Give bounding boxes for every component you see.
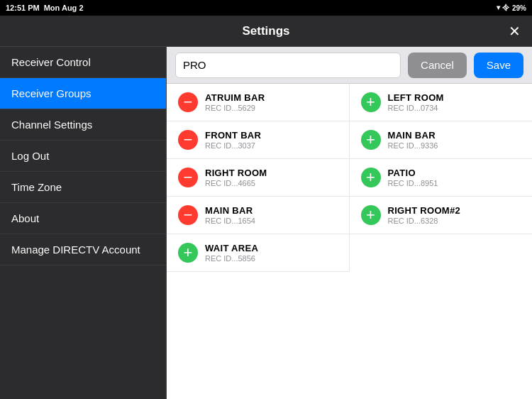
receiver-name: RIGHT ROOM#2 <box>388 205 461 216</box>
sidebar-item-receiver-groups[interactable]: Receiver Groups <box>0 78 166 109</box>
receiver-item-patio[interactable]: +PATIOREC ID...8951 <box>350 159 533 197</box>
receiver-id: REC ID...9336 <box>388 141 438 150</box>
save-button[interactable]: Save <box>474 53 523 78</box>
receiver-info: RIGHT ROOMREC ID...4665 <box>205 168 267 187</box>
sidebar-item-log-out[interactable]: Log Out <box>0 141 166 172</box>
receiver-info: RIGHT ROOM#2REC ID...6328 <box>388 205 461 225</box>
content-area: Cancel Save −ATRUIM BARREC ID...5629+LEF… <box>167 47 532 399</box>
add-receiver-button[interactable]: + <box>361 130 381 150</box>
receiver-info: ATRUIM BARREC ID...5629 <box>205 92 265 112</box>
wifi-icon: ▾ 令 <box>497 3 509 13</box>
remove-receiver-button[interactable]: − <box>178 168 198 187</box>
remove-receiver-button[interactable]: − <box>178 92 198 112</box>
sidebar-item-about[interactable]: About <box>0 203 166 234</box>
receiver-id: REC ID...4665 <box>205 179 267 187</box>
title-bar: Settings ✕ <box>0 16 532 47</box>
receiver-info: MAIN BARREC ID...9336 <box>388 130 438 150</box>
receiver-name: MAIN BAR <box>205 205 255 216</box>
receiver-item-front-bar[interactable]: −FRONT BARREC ID...3037 <box>167 121 350 159</box>
receiver-item-main-bar-2[interactable]: −MAIN BARREC ID...1654 <box>167 197 350 234</box>
receiver-id: REC ID...3037 <box>205 141 261 150</box>
receiver-name: RIGHT ROOM <box>205 168 267 178</box>
receiver-list: −ATRUIM BARREC ID...5629+LEFT ROOMREC ID… <box>167 84 532 399</box>
add-receiver-button[interactable]: + <box>361 92 381 112</box>
receiver-name: MAIN BAR <box>388 130 438 141</box>
status-left: 12:51 PM Mon Aug 2 <box>6 4 84 12</box>
remove-receiver-button[interactable]: − <box>178 130 198 150</box>
receiver-id: REC ID...1654 <box>205 217 255 225</box>
receiver-name: PATIO <box>388 168 438 178</box>
receiver-name: ATRUIM BAR <box>205 92 265 103</box>
sidebar-item-time-zone[interactable]: Time Zone <box>0 172 166 203</box>
remove-receiver-button[interactable]: − <box>178 205 198 225</box>
add-receiver-button[interactable]: + <box>361 205 381 225</box>
status-date: Mon Aug 2 <box>44 4 84 12</box>
receiver-info: MAIN BARREC ID...1654 <box>205 205 255 225</box>
add-receiver-button[interactable]: + <box>178 243 198 263</box>
content-header: Cancel Save <box>167 47 532 84</box>
receiver-info: LEFT ROOMREC ID...0734 <box>388 92 444 112</box>
receiver-item-atruim-bar[interactable]: −ATRUIM BARREC ID...5629 <box>167 84 350 121</box>
receiver-id: REC ID...0734 <box>388 104 444 112</box>
receiver-name: WAIT AREA <box>205 243 258 253</box>
receiver-name: LEFT ROOM <box>388 92 444 103</box>
add-receiver-button[interactable]: + <box>361 168 381 187</box>
settings-modal: Settings ✕ Receiver ControlReceiver Grou… <box>0 16 532 399</box>
receiver-info: PATIOREC ID...8951 <box>388 168 438 187</box>
sidebar: Receiver ControlReceiver GroupsChannel S… <box>0 47 167 399</box>
receiver-item-right-room[interactable]: −RIGHT ROOMREC ID...4665 <box>167 159 350 197</box>
group-name-input[interactable] <box>175 53 401 78</box>
receiver-item-main-bar-1[interactable]: +MAIN BARREC ID...9336 <box>350 121 533 159</box>
receiver-id: REC ID...5629 <box>205 104 265 112</box>
receiver-id: REC ID...5856 <box>205 254 258 263</box>
receiver-info: FRONT BARREC ID...3037 <box>205 130 261 150</box>
cancel-button[interactable]: Cancel <box>408 53 467 78</box>
close-button[interactable]: ✕ <box>509 24 521 38</box>
receiver-id: REC ID...8951 <box>388 179 438 187</box>
status-bar: 12:51 PM Mon Aug 2 ▾ 令 29% <box>0 0 532 16</box>
status-time: 12:51 PM <box>6 4 40 12</box>
sidebar-item-manage-directv[interactable]: Manage DIRECTV Account <box>0 234 166 266</box>
receiver-item-right-room2[interactable]: +RIGHT ROOM#2REC ID...6328 <box>350 197 533 234</box>
receiver-item-wait-area[interactable]: +WAIT AREAREC ID...5856 <box>167 234 350 272</box>
receiver-info: WAIT AREAREC ID...5856 <box>205 243 258 263</box>
status-right: ▾ 令 29% <box>497 3 526 13</box>
main-layout: Receiver ControlReceiver GroupsChannel S… <box>0 47 532 399</box>
modal-title: Settings <box>242 24 289 38</box>
receiver-id: REC ID...6328 <box>388 217 461 225</box>
sidebar-item-receiver-control[interactable]: Receiver Control <box>0 47 166 78</box>
battery-level: 29% <box>512 4 526 12</box>
receiver-item-left-room[interactable]: +LEFT ROOMREC ID...0734 <box>350 84 533 121</box>
receiver-name: FRONT BAR <box>205 130 261 141</box>
sidebar-item-channel-settings[interactable]: Channel Settings <box>0 109 166 141</box>
